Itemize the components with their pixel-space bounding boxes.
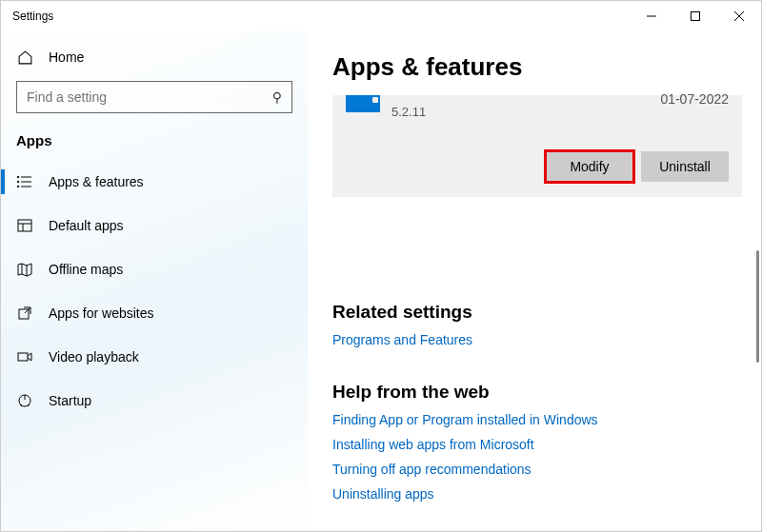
video-icon (16, 348, 33, 365)
map-icon (16, 261, 33, 278)
page-title: Apps & features (332, 52, 742, 82)
link-programs-features[interactable]: Programs and Features (332, 332, 742, 347)
svg-line-19 (25, 307, 30, 313)
svg-point-11 (17, 181, 19, 183)
nav-default-apps[interactable]: Default apps (1, 204, 308, 247)
link-help-1[interactable]: Installing web apps from Microsoft (332, 437, 742, 452)
app-install-date: 01-07-2022 (660, 91, 729, 107)
nav-apps-websites[interactable]: Apps for websites (1, 291, 308, 335)
link-help-0[interactable]: Finding App or Program installed in Wind… (332, 412, 742, 427)
titlebar: Settings (1, 1, 761, 31)
svg-rect-13 (18, 220, 31, 231)
nav-startup[interactable]: Startup (1, 379, 308, 423)
search-icon: ⚲ (272, 89, 282, 105)
app-item[interactable]: 01-07-2022 5.2.11 Modify Uninstall (332, 95, 742, 197)
help-section: Help from the web Finding App or Program… (332, 382, 742, 502)
link-help-2[interactable]: Turning off app recommendations (332, 462, 742, 477)
svg-rect-20 (18, 353, 28, 361)
defaults-icon (16, 217, 33, 234)
category-header: Apps (1, 127, 308, 160)
scrollbar[interactable] (756, 250, 759, 363)
app-version: 5.2.11 (391, 105, 729, 119)
related-settings-section: Related settings Programs and Features (332, 302, 742, 347)
window-controls (630, 1, 761, 31)
related-title: Related settings (332, 302, 742, 323)
nav-label: Video playback (49, 349, 139, 365)
svg-point-12 (17, 186, 19, 187)
maximize-button[interactable] (673, 1, 717, 31)
nav-label: Apps for websites (49, 305, 154, 321)
window-title: Settings (12, 10, 630, 23)
nav-video-playback[interactable]: Video playback (1, 335, 308, 379)
link-help-3[interactable]: Uninstalling apps (332, 486, 742, 502)
svg-rect-1 (692, 12, 700, 21)
main-content: Apps & features 01-07-2022 5.2.11 Modify… (308, 31, 761, 532)
nav-offline-maps[interactable]: Offline maps (1, 247, 308, 291)
nav-label: Default apps (49, 218, 124, 233)
home-label: Home (49, 49, 84, 65)
nav-apps-features[interactable]: Apps & features (1, 160, 308, 204)
home-icon (16, 49, 33, 66)
list-icon (16, 173, 33, 190)
nav-label: Apps & features (49, 174, 144, 189)
startup-icon (16, 392, 33, 409)
svg-point-10 (17, 176, 19, 178)
svg-line-23 (20, 404, 22, 406)
search-input[interactable] (27, 89, 272, 105)
home-nav[interactable]: Home (1, 41, 308, 73)
search-box[interactable]: ⚲ (16, 81, 292, 113)
open-icon (16, 305, 33, 322)
close-button[interactable] (717, 1, 761, 31)
nav-label: Startup (49, 393, 91, 408)
uninstall-button[interactable]: Uninstall (641, 151, 729, 182)
nav-label: Offline maps (49, 262, 123, 277)
minimize-button[interactable] (630, 1, 673, 31)
app-icon (346, 95, 380, 112)
help-title: Help from the web (332, 382, 742, 403)
svg-line-24 (28, 404, 30, 406)
modify-button[interactable]: Modify (546, 151, 633, 182)
sidebar: Home ⚲ Apps Apps & features Default apps… (1, 31, 308, 532)
